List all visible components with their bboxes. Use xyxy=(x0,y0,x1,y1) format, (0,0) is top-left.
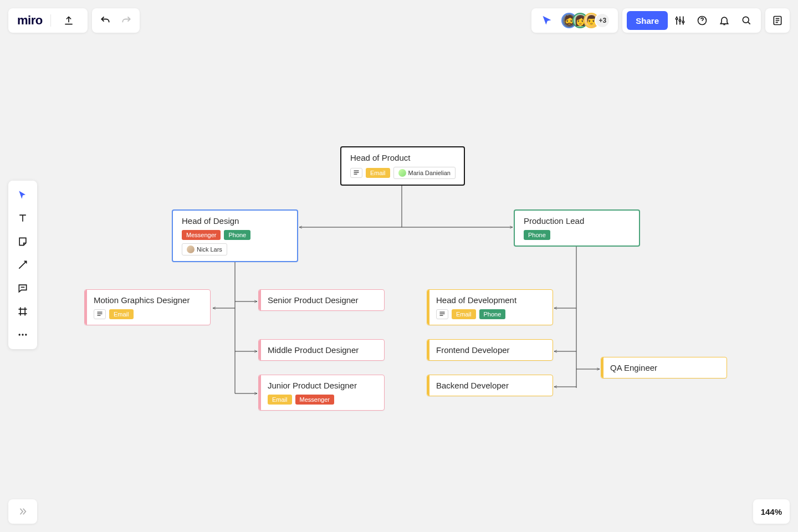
tool-comment[interactable] xyxy=(12,277,34,299)
notes-panel-button[interactable] xyxy=(765,8,790,33)
node-title: Motion Graphics Designer xyxy=(94,295,202,305)
assignee-chip: Nick Lars xyxy=(182,243,227,255)
tool-select[interactable] xyxy=(12,184,34,206)
svg-point-14 xyxy=(682,21,684,23)
node-title: Production Lead xyxy=(524,216,631,226)
tool-sticky-note[interactable] xyxy=(12,231,34,253)
zoom-level[interactable]: 144% xyxy=(753,499,790,524)
node-junior-product-designer[interactable]: Junior Product Designer Email Messenger xyxy=(258,375,385,411)
export-button[interactable] xyxy=(59,11,79,30)
svg-point-16 xyxy=(743,17,749,23)
collaborator-avatars[interactable]: 🧔 👩 👨 +3 xyxy=(561,13,610,28)
node-middle-product-designer[interactable]: Middle Product Designer xyxy=(258,339,385,361)
miro-logo: miro xyxy=(17,13,43,28)
help-button[interactable] xyxy=(692,11,712,30)
tag-email: Email xyxy=(268,395,292,405)
node-title: Middle Product Designer xyxy=(268,345,376,355)
settings-button[interactable] xyxy=(670,11,690,30)
tools-toolbar xyxy=(8,181,37,349)
node-head-of-product[interactable]: Head of Product Email Maria Danielian xyxy=(340,146,465,186)
tool-frame[interactable] xyxy=(12,300,34,323)
node-head-of-development[interactable]: Head of Development Email Phone xyxy=(427,289,553,325)
node-title: Head of Development xyxy=(436,295,545,305)
description-icon xyxy=(436,309,448,319)
svg-point-19 xyxy=(22,334,23,335)
notifications-button[interactable] xyxy=(714,11,734,30)
search-button[interactable] xyxy=(736,11,756,30)
node-title: Senior Product Designer xyxy=(268,295,376,305)
assignee-name: Nick Lars xyxy=(197,246,222,253)
description-icon xyxy=(94,309,106,319)
redo-button[interactable] xyxy=(116,11,136,30)
tag-phone: Phone xyxy=(479,309,506,319)
node-title: Head of Design xyxy=(182,216,289,226)
svg-point-12 xyxy=(676,18,678,19)
tool-more[interactable] xyxy=(12,324,34,346)
svg-point-13 xyxy=(679,19,681,21)
assignee-name: Maria Danielian xyxy=(408,170,451,176)
node-production-lead[interactable]: Production Lead Phone xyxy=(514,209,640,247)
undo-button[interactable] xyxy=(95,11,115,30)
tag-email: Email xyxy=(452,309,476,319)
assignee-chip: Maria Danielian xyxy=(393,167,456,179)
description-icon xyxy=(350,168,362,178)
canvas[interactable]: Head of Product Email Maria Danielian He… xyxy=(0,0,798,532)
expand-toolbar-button[interactable] xyxy=(8,499,37,524)
tag-messenger: Messenger xyxy=(182,230,221,240)
node-backend-developer[interactable]: Backend Developer xyxy=(427,375,553,396)
node-senior-product-designer[interactable]: Senior Product Designer xyxy=(258,289,385,311)
node-head-of-design[interactable]: Head of Design Messenger Phone Nick Lars xyxy=(172,209,298,262)
collaborators-block: 🧔 👩 👨 +3 xyxy=(531,8,618,33)
tag-messenger: Messenger xyxy=(295,395,334,405)
tool-connection-line[interactable] xyxy=(12,254,34,276)
node-title: Junior Product Designer xyxy=(268,381,376,390)
tag-phone: Phone xyxy=(524,230,550,240)
tag-phone: Phone xyxy=(224,230,250,240)
cursor-tracking-button[interactable] xyxy=(537,11,557,30)
svg-point-20 xyxy=(25,334,27,335)
tag-email: Email xyxy=(366,168,390,178)
node-frontend-developer[interactable]: Frontend Developer xyxy=(427,339,553,361)
tool-text[interactable] xyxy=(12,207,34,229)
svg-point-18 xyxy=(19,334,21,335)
share-button[interactable]: Share xyxy=(627,11,668,30)
node-title: QA Engineer xyxy=(610,363,719,372)
node-title: Frontend Developer xyxy=(436,345,545,355)
node-motion-graphics[interactable]: Motion Graphics Designer Email xyxy=(84,289,211,325)
node-qa-engineer[interactable]: QA Engineer xyxy=(601,357,727,378)
zoom-label: 144% xyxy=(761,507,782,516)
divider xyxy=(50,14,51,27)
node-title: Head of Product xyxy=(350,153,456,162)
avatar-overflow[interactable]: +3 xyxy=(595,13,610,28)
node-title: Backend Developer xyxy=(436,381,545,390)
board-menu[interactable]: miro xyxy=(8,8,88,33)
tag-email: Email xyxy=(109,309,134,319)
